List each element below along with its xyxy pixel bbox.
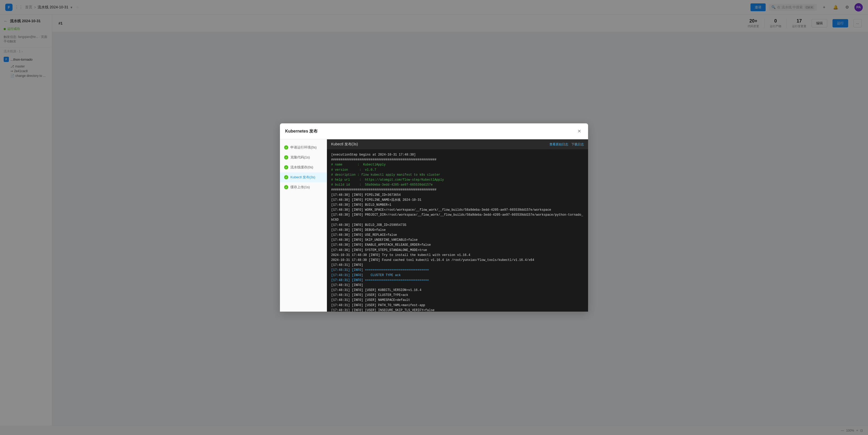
log-line: [17:48:31] [INFO] [USER] KUBECTL_VERSION… bbox=[331, 288, 584, 293]
modal-overlay[interactable]: Kubernetes 发布 ✕ ✓ 申请运行环境(0s) ✓ 克隆代码(1s) … bbox=[0, 0, 868, 435]
modal-header: Kubernetes 发布 ✕ bbox=[280, 123, 588, 139]
modal-dialog: Kubernetes 发布 ✕ ✓ 申请运行环境(0s) ✓ 克隆代码(1s) … bbox=[280, 123, 588, 312]
log-line: [17:48:30] [INFO] PIPELINE_ID=3673654 bbox=[331, 193, 584, 198]
step-item[interactable]: ✓ 流水线缓存(0s) bbox=[280, 162, 327, 172]
modal-body: ✓ 申请运行环境(0s) ✓ 克隆代码(1s) ✓ 流水线缓存(0s) ✓ Ku… bbox=[280, 139, 588, 312]
step-item-label: 流水线缓存(0s) bbox=[290, 165, 313, 170]
log-line: [17:48:30] [INFO] BUILD_JOB_ID=25995473S bbox=[331, 223, 584, 228]
step-check-icon: ✓ bbox=[284, 165, 288, 169]
log-line: [17:48:31] [INFO] bbox=[331, 263, 584, 268]
log-line: # version : v1.0.7 bbox=[331, 168, 584, 173]
modal-title: Kubernetes 发布 bbox=[285, 128, 317, 134]
log-line: # name : KubectlApply bbox=[331, 162, 584, 167]
log-title: Kubectl 发布(3s) bbox=[331, 142, 358, 147]
log-line: [17:48:30] [INFO] ENABLE_APPSTACK_RELEAS… bbox=[331, 242, 584, 248]
step-item[interactable]: ✓ 缓存上传(1s) bbox=[280, 182, 327, 192]
log-line: [17:48:31] [INFO] [USER] INSECURE_SKIP_T… bbox=[331, 308, 584, 312]
step-item-label: Kubectl 发布(3s) bbox=[290, 175, 315, 180]
step-item-label: 申请运行环境(0s) bbox=[290, 145, 316, 150]
log-line: ########################################… bbox=[331, 187, 584, 193]
log-line: [17:48:30] [INFO] DEBUG=false bbox=[331, 228, 584, 233]
log-line: [17:48:30] [INFO] USE_REPLACE=false bbox=[331, 233, 584, 238]
step-item[interactable]: ✓ Kubectl 发布(3s) bbox=[280, 172, 327, 182]
steps-panel: ✓ 申请运行环境(0s) ✓ 克隆代码(1s) ✓ 流水线缓存(0s) ✓ Ku… bbox=[280, 139, 327, 312]
log-line: [17:48:31] [INFO] ======================… bbox=[331, 268, 584, 273]
log-line: [executionStep begins at 2024-10-31 17:4… bbox=[331, 152, 584, 157]
log-actions: 查看原始日志 下载日志 bbox=[550, 142, 584, 147]
log-line: [17:48:31] [INFO] CLUSTER TYPE ack bbox=[331, 273, 584, 278]
log-line: [17:48:30] [INFO] PIPELINE_NAME=流水线 2024… bbox=[331, 198, 584, 203]
log-line: [17:48:30] [INFO] WORK_SPACE=/root/works… bbox=[331, 208, 584, 212]
log-line: [17:48:31] [INFO] ======================… bbox=[331, 278, 584, 283]
log-line: # build id : 58a9deba-3edd-4205-ae97-665… bbox=[331, 182, 584, 187]
step-item-label: 缓存上传(1s) bbox=[290, 185, 310, 190]
step-item[interactable]: ✓ 克隆代码(1s) bbox=[280, 152, 327, 162]
step-check-icon: ✓ bbox=[284, 145, 288, 149]
log-line: [17:48:31] [INFO] bbox=[331, 283, 584, 288]
view-log-link[interactable]: 查看原始日志 bbox=[550, 142, 568, 147]
log-line: [17:48:31] [INFO] [USER] PATH_TO_YAML=ma… bbox=[331, 303, 584, 308]
log-line: # help url : https://atomgit.com/flow-st… bbox=[331, 177, 584, 182]
log-line: [17:48:30] [INFO] SYSTEM_STEPS_STANDALON… bbox=[331, 248, 584, 253]
step-check-icon: ✓ bbox=[284, 175, 288, 179]
log-header: Kubectl 发布(3s) 查看原始日志 下载日志 bbox=[327, 139, 588, 149]
log-line: [17:48:30] [INFO] BUILD_NUMBER=1 bbox=[331, 203, 584, 208]
log-line: [17:48:30] [INFO] SKIP_UNDEFINE_VARIABLE… bbox=[331, 238, 584, 242]
log-line: [17:48:31] [INFO] [USER] CLUSTER_TYPE=ac… bbox=[331, 293, 584, 298]
modal-close-button[interactable]: ✕ bbox=[576, 127, 583, 135]
log-content[interactable]: [executionStep begins at 2024-10-31 17:4… bbox=[327, 149, 588, 312]
step-check-icon: ✓ bbox=[284, 185, 288, 189]
log-line: ########################################… bbox=[331, 157, 584, 162]
step-item[interactable]: ✓ 申请运行环境(0s) bbox=[280, 143, 327, 152]
log-line: # description : flow kubectl apply manif… bbox=[331, 173, 584, 177]
download-log-link[interactable]: 下载日志 bbox=[571, 142, 584, 147]
log-line: 2024-10-31 17:48:30 [INFO] Try to instal… bbox=[331, 253, 584, 258]
step-check-icon: ✓ bbox=[284, 155, 288, 160]
log-panel: Kubectl 发布(3s) 查看原始日志 下载日志 [executionSte… bbox=[327, 139, 588, 312]
log-line: 2024-10-31 17:48:30 [INFO] Found cached … bbox=[331, 258, 584, 263]
log-line: [17:48:30] [INFO] PROJECT_DIR=/root/work… bbox=[331, 212, 584, 223]
log-line: [17:48:31] [INFO] [USER] NAMESPACE=defau… bbox=[331, 298, 584, 303]
step-item-label: 克隆代码(1s) bbox=[290, 155, 310, 160]
